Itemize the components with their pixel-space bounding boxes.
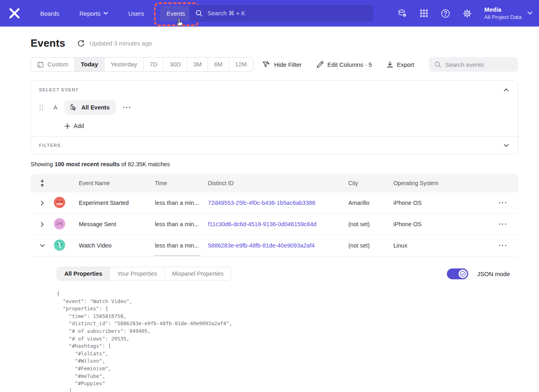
tab-all-properties[interactable]: All Properties: [57, 267, 110, 280]
date-option-label: 30D: [170, 58, 181, 71]
edit-columns-label: Edit Columns · 5: [327, 61, 372, 68]
events-page: Boards Reports Users Events: [0, 0, 539, 392]
distinct-id-link[interactable]: 72d49553-25fc-4f0c-b436-1b5ac6ab3388: [208, 200, 315, 206]
filters-section-header[interactable]: FILTERS: [31, 137, 518, 154]
col-header-city[interactable]: City: [348, 180, 393, 186]
plus-icon: [64, 123, 70, 129]
hide-filter-button[interactable]: Hide Filter: [262, 61, 301, 68]
date-option-3m[interactable]: 3M: [187, 58, 208, 71]
page-title: Events: [31, 37, 65, 50]
toggle-knob: [459, 270, 467, 278]
cell-os: iPhone OS: [393, 221, 486, 227]
table-row[interactable]: Message Sent less than a min... f11c30d6…: [31, 214, 518, 235]
event-selector-button[interactable]: All Events: [64, 100, 116, 115]
event-series-letter: A: [53, 104, 57, 111]
date-option-custom[interactable]: Custom: [31, 58, 75, 71]
top-navbar: Boards Reports Users Events: [0, 0, 539, 27]
add-event-button[interactable]: Add: [64, 123, 518, 129]
tab-mixpanel-properties[interactable]: Mixpanel Properties: [165, 267, 231, 280]
date-option-label: 12M: [235, 58, 247, 71]
date-range-control: Custom Today Yesterday 7D 30D 3M 6M 12M: [31, 57, 253, 72]
results-summary: Showing 100 most recent results of 82.35…: [31, 161, 170, 167]
col-header-os[interactable]: Operating System: [393, 180, 486, 186]
cell-time: less than a min...: [155, 221, 208, 227]
distinct-id-link[interactable]: 5886283e-e9fb-48fb-81de-40e9093a2af4: [208, 242, 315, 249]
apps-grid-icon[interactable]: [419, 8, 429, 18]
global-search-input[interactable]: Search ⌘ + K: [189, 5, 373, 22]
cell-os: Linux: [393, 242, 486, 249]
event-json-viewer[interactable]: { "event": "Watch Video", "properties": …: [57, 290, 510, 392]
cell-city: (not set): [348, 242, 393, 249]
toolbar-right: Hide Filter Edit Columns · 5 Export Sear…: [262, 57, 518, 72]
expand-filters-button[interactable]: [504, 144, 509, 147]
nav-item-boards[interactable]: Boards: [35, 6, 65, 21]
select-event-label: SELECT EVENT: [39, 87, 79, 92]
nav-item-reports[interactable]: Reports: [74, 6, 114, 21]
collapse-section-button[interactable]: [504, 88, 509, 92]
row-more-options-button[interactable]: ···: [499, 221, 508, 228]
date-option-6m[interactable]: 6M: [208, 58, 229, 71]
chevron-down-icon: [527, 11, 533, 15]
results-suffix: of 82.35K matches: [120, 161, 170, 167]
refresh-button[interactable]: [77, 39, 85, 47]
project-info: Media All Project Data: [484, 6, 522, 21]
project-switcher[interactable]: Media All Project Data: [484, 6, 533, 21]
filters-label: FILTERS: [39, 143, 61, 148]
calendar-icon: [37, 61, 44, 68]
date-option-yesterday[interactable]: Yesterday: [105, 58, 144, 71]
collapse-rows-icon: [40, 179, 45, 187]
cell-city: Amarillo: [348, 200, 393, 206]
cell-time: less than a min...: [155, 242, 208, 249]
collapse-row-button[interactable]: [31, 244, 54, 247]
cell-event-name: Experiment Started: [71, 200, 155, 206]
horizontal-scrollbar-thumb[interactable]: [154, 255, 200, 256]
date-option-label: 6M: [214, 58, 222, 71]
drag-handle-icon[interactable]: [39, 104, 45, 111]
mixpanel-logo-icon[interactable]: [8, 7, 21, 20]
col-header-time[interactable]: Time: [155, 180, 208, 186]
chevron-down-icon: [40, 244, 45, 247]
search-events-input[interactable]: Search events: [429, 57, 518, 72]
nav-item-users[interactable]: Users: [123, 6, 150, 21]
event-avatar: [54, 218, 71, 231]
nav-item-events-wrap: Events: [160, 6, 191, 21]
expand-row-button[interactable]: [31, 200, 54, 206]
date-option-30d[interactable]: 30D: [164, 58, 187, 71]
export-label: Export: [397, 61, 414, 68]
date-option-7d[interactable]: 7D: [144, 58, 164, 71]
table-row[interactable]: Experiment Started less than a min... 72…: [31, 192, 518, 214]
event-more-options-button[interactable]: ···: [123, 104, 132, 111]
table-row-expanded[interactable]: Watch Video less than a min... 5886283e-…: [31, 235, 518, 256]
date-option-today[interactable]: Today: [75, 58, 105, 71]
json-mode-control: JSON mode: [447, 268, 510, 279]
nav-label: Events: [167, 10, 185, 17]
date-option-label: 7D: [150, 58, 157, 71]
properties-tabs: All Properties Your Properties Mixpanel …: [57, 267, 231, 281]
event-avatar: [54, 239, 71, 252]
row-more-options-button[interactable]: ···: [499, 199, 508, 206]
date-option-12m[interactable]: 12M: [229, 58, 253, 71]
chevron-down-icon: [504, 144, 509, 147]
date-option-label: 3M: [193, 58, 202, 71]
collapse-rows-button[interactable]: [31, 179, 54, 187]
distinct-id-link[interactable]: f11c30d6-dc6d-4518-9136-0d046159c84d: [208, 221, 317, 227]
data-management-icon[interactable]: [397, 8, 407, 18]
row-more-options-button[interactable]: ···: [499, 242, 508, 249]
col-header-event-name[interactable]: Event Name: [71, 180, 155, 186]
edit-columns-button[interactable]: Edit Columns · 5: [316, 61, 372, 68]
chevron-up-icon: [504, 88, 509, 92]
nav-label: Reports: [80, 10, 101, 17]
help-icon[interactable]: [441, 8, 451, 18]
expand-row-button[interactable]: [31, 222, 54, 227]
date-option-label: Today: [81, 58, 98, 71]
tab-your-properties[interactable]: Your Properties: [110, 267, 165, 280]
nav-item-events[interactable]: Events: [160, 6, 191, 21]
settings-gear-icon[interactable]: [463, 8, 472, 18]
export-button[interactable]: Export: [387, 61, 414, 68]
magic-cursor-icon: [70, 103, 78, 111]
json-mode-toggle[interactable]: [447, 268, 468, 279]
event-detail-panel: All Properties Your Properties Mixpanel …: [31, 256, 518, 392]
add-event-label: Add: [74, 123, 84, 129]
col-header-distinct-id[interactable]: Distinct ID: [208, 180, 348, 186]
page-header: Events Updated 3 minutes ago: [31, 37, 152, 50]
